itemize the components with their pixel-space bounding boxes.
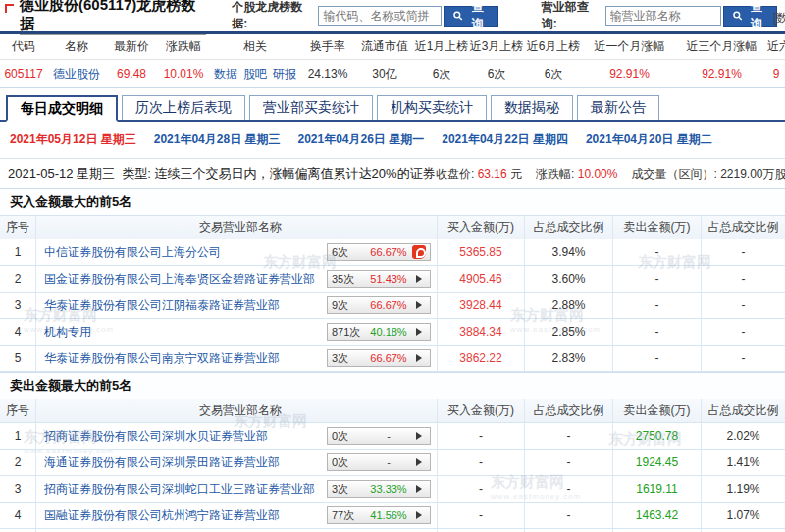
win-rate: 40.18% xyxy=(367,326,410,338)
branch-name-cell: 中信证券股份有限公司上海分公司 6次 66.67% xyxy=(35,239,437,265)
tab-branch-stats[interactable]: 营业部买卖统计 xyxy=(249,95,373,120)
date-link-0512[interactable]: 2021年05月12日 星期三 xyxy=(10,132,136,148)
branch-search-input[interactable] xyxy=(605,6,721,26)
corner-marker xyxy=(5,4,14,13)
win-rate: - xyxy=(367,430,410,442)
buy-pct: 2.88% xyxy=(524,293,612,318)
gain-1m: 92.91% xyxy=(583,67,676,80)
branch-history-badge[interactable]: 871次 40.18% xyxy=(327,323,431,341)
sell-table-row: 3 招商证券股份有限公司深圳蛇口工业三路证券营业部 3次 33.33% - - … xyxy=(0,476,785,503)
branch-name-link[interactable]: 华泰证券股份有限公司南京宁双路证券营业部 xyxy=(44,350,280,367)
date-link-0420[interactable]: 2021年04月20日 星期二 xyxy=(586,132,712,148)
gain-6m-cutoff: 9 xyxy=(767,67,785,80)
branch-history-badge[interactable]: 6次 66.67% xyxy=(327,243,431,261)
branch-history-badge[interactable]: 77次 41.56% xyxy=(327,506,431,524)
sell-pct: - xyxy=(701,293,785,318)
buy-table-row: 1 中信证券股份有限公司上海分公司 6次 66.67% 5365.85 3.94… xyxy=(0,239,785,266)
branch-name-link[interactable]: 海通证券股份有限公司深圳景田路证券营业部 xyxy=(44,454,280,471)
sell-amount: - xyxy=(612,266,701,292)
tab-daily-detail[interactable]: 每日成交明细 xyxy=(6,95,118,122)
summary-value-row: 605117 德业股份 69.48 10.01% 数据 股吧 研报 24.13%… xyxy=(0,60,785,87)
branch-history-badge[interactable]: 0次 - xyxy=(327,427,431,445)
expand-arrow-icon[interactable] xyxy=(412,325,426,339)
buy-table-row: 5 华泰证券股份有限公司南京宁双路证券营业部 3次 66.67% 3862.22… xyxy=(0,346,785,372)
branch-history-badge[interactable]: 3次 66.67% xyxy=(327,349,431,367)
stock-search-button[interactable]: 查询 xyxy=(444,6,497,27)
expand-arrow-icon[interactable] xyxy=(412,429,426,443)
branch-history-badge[interactable]: 9次 66.67% xyxy=(327,296,431,314)
branch-name-link[interactable]: 中信证券股份有限公司上海分公司 xyxy=(44,244,221,261)
date-link-0422[interactable]: 2021年04月22日 星期四 xyxy=(442,132,568,148)
row-seq: 3 xyxy=(0,476,35,502)
related-link-data[interactable]: 数据 xyxy=(214,66,237,82)
branch-name-cell: 华泰证券股份有限公司南京宁双路证券营业部 3次 66.67% xyxy=(35,346,437,371)
related-link-guba[interactable]: 股吧 xyxy=(243,66,267,82)
page-title: 德业股份(605117)龙虎榜数据 xyxy=(20,0,206,35)
stock-search-input[interactable] xyxy=(318,6,442,26)
stock-turnover: 24.13% xyxy=(300,67,355,80)
win-rate: 51.43% xyxy=(367,273,410,285)
expand-arrow-icon[interactable] xyxy=(412,351,426,365)
tab-data-reveal[interactable]: 数据揭秘 xyxy=(491,95,573,120)
related-link-report[interactable]: 研报 xyxy=(273,66,296,82)
summary-header-code: 代码 xyxy=(0,38,47,55)
session-type: 2021-05-12 星期三 类型: 连续三个交易日内，涨幅偏离值累计达20%的… xyxy=(8,165,436,183)
expand-arrow-icon[interactable] xyxy=(412,272,426,286)
branch-name-link[interactable]: 国融证券股份有限公司杭州鸿宁路证券营业部 xyxy=(44,507,280,524)
on-list-1m: 6次 xyxy=(414,66,469,82)
list-count: 6次 xyxy=(332,245,365,260)
branch-name-link[interactable]: 机构专用 xyxy=(44,324,91,341)
sell-amount: 1463.42 xyxy=(612,503,701,528)
sell-pct: 1.41% xyxy=(701,450,785,475)
expand-arrow-icon[interactable] xyxy=(412,298,426,312)
branch-history-badge[interactable]: 3次 33.33% xyxy=(327,480,431,498)
header-seq: 序号 xyxy=(0,216,35,239)
date-link-row: 2021年05月12日 星期三 2021年04月28日 星期三 2021年04月… xyxy=(0,122,785,158)
tab-latest-announcements[interactable]: 最新公告 xyxy=(577,95,659,120)
summary-header-list6m: 近6月上榜 xyxy=(524,38,583,55)
buy-table-header: 序号 交易营业部名称 买入金额(万) 占总成交比例 卖出金额(万) 占总成交比例 xyxy=(0,215,785,239)
list-count: 0次 xyxy=(332,429,365,444)
branch-history-badge[interactable]: 0次 - xyxy=(327,453,431,471)
stock-price: 69.48 xyxy=(106,67,157,80)
expand-arrow-icon[interactable] xyxy=(412,482,426,496)
expand-arrow-icon[interactable] xyxy=(412,455,426,469)
branch-name-link[interactable]: 华泰证券股份有限公司江阴福泰路证券营业部 xyxy=(44,297,280,314)
summary-header-name: 名称 xyxy=(47,38,106,55)
sell-table-row: 1 招商证券股份有限公司深圳水贝证券营业部 0次 - - - 2750.78 2… xyxy=(0,423,785,450)
header-buy-amount: 买入金额(万) xyxy=(437,399,524,422)
tab-after-list-performance[interactable]: 历次上榜后表现 xyxy=(122,95,245,120)
stock-summary-table: 代码 名称 最新价 涨跌幅 相关 换手率 流通市值 近1月上榜 近3月上榜 近6… xyxy=(0,34,785,88)
branch-name-link[interactable]: 国金证券股份有限公司上海奉贤区金碧路证券营业部 xyxy=(44,271,315,288)
session-volume: 成交量（区间）: 2219.00万股 xyxy=(631,166,785,183)
branch-search-label: 营业部查询: xyxy=(542,0,602,32)
header-buy-amount: 买入金额(万) xyxy=(437,216,524,239)
sell-amount: - xyxy=(612,293,701,318)
branch-name-cell: 招商证券股份有限公司深圳水贝证券营业部 0次 - xyxy=(35,423,437,449)
summary-header-gain1m: 近一个月涨幅 xyxy=(583,38,676,55)
date-link-0426[interactable]: 2021年04月26日 星期一 xyxy=(297,132,424,148)
list-count: 77次 xyxy=(332,508,365,523)
buy-section-title: 买入金额最大的前5名 xyxy=(0,188,785,215)
branch-name-link[interactable]: 招商证券股份有限公司深圳蛇口工业三路证券营业部 xyxy=(44,481,315,498)
branch-name-link[interactable]: 招商证券股份有限公司深圳水贝证券营业部 xyxy=(44,428,268,445)
sell-pct: - xyxy=(701,266,785,292)
branch-search-button[interactable]: 查询 xyxy=(723,6,777,27)
sell-pct: - xyxy=(701,319,785,345)
tab-institution-stats[interactable]: 机构买卖统计 xyxy=(377,95,487,120)
buy-table: 序号 交易营业部名称 买入金额(万) 占总成交比例 卖出金额(万) 占总成交比例… xyxy=(0,215,785,372)
branch-name-cell: 招商证券股份有限公司深圳蛇口工业三路证券营业部 3次 33.33% xyxy=(35,476,437,502)
buy-pct: 2.83% xyxy=(524,346,612,371)
branch-name-cell: 国金证券股份有限公司上海奉贤区金碧路证券营业部 35次 51.43% xyxy=(35,266,437,292)
sell-pct: - xyxy=(701,346,785,371)
win-rate: - xyxy=(367,456,410,468)
branch-history-badge[interactable]: 35次 51.43% xyxy=(327,270,431,288)
summary-header-gain3m: 近三个月涨幅 xyxy=(676,38,767,55)
session-change: 涨跌幅: 10.00% xyxy=(536,166,617,183)
hot-money-icon[interactable] xyxy=(412,245,426,259)
list-count: 9次 xyxy=(332,298,365,313)
expand-arrow-icon[interactable] xyxy=(412,508,426,522)
corner-cutoff-link[interactable]: [数 xyxy=(773,10,785,27)
stock-name-link[interactable]: 德业股份 xyxy=(47,66,106,82)
date-link-0428[interactable]: 2021年04月28日 星期三 xyxy=(154,132,281,148)
